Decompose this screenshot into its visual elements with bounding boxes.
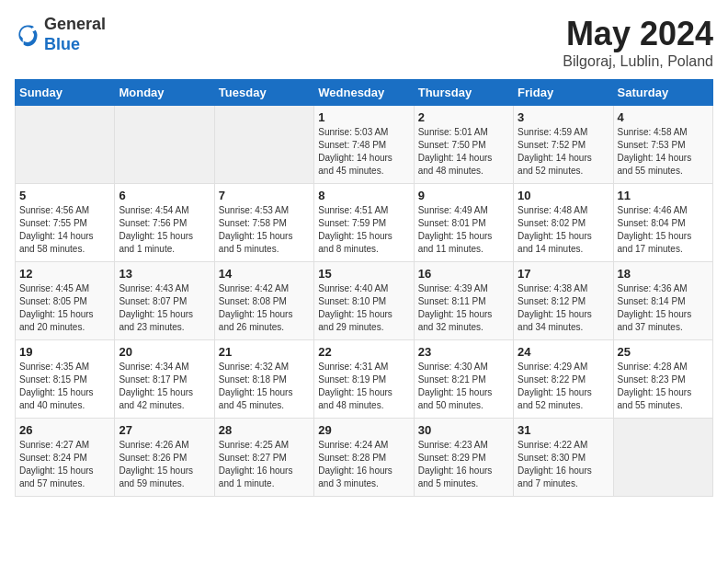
calendar-cell: 9Sunrise: 4:49 AM Sunset: 8:01 PM Daylig…: [414, 184, 513, 262]
calendar-cell: 27Sunrise: 4:26 AM Sunset: 8:26 PM Dayli…: [115, 419, 214, 497]
day-number: 4: [618, 110, 709, 124]
calendar-cell: 23Sunrise: 4:30 AM Sunset: 8:21 PM Dayli…: [414, 340, 513, 419]
day-number: 3: [518, 110, 609, 124]
weekday-header-sunday: Sunday: [16, 80, 115, 106]
day-info: Sunrise: 4:56 AM Sunset: 7:55 PM Dayligh…: [19, 204, 110, 256]
logo-blue: Blue: [44, 35, 80, 53]
calendar-cell: 5Sunrise: 4:56 AM Sunset: 7:55 PM Daylig…: [16, 184, 115, 262]
calendar-cell: 20Sunrise: 4:34 AM Sunset: 8:17 PM Dayli…: [115, 340, 214, 419]
day-info: Sunrise: 4:40 AM Sunset: 8:10 PM Dayligh…: [318, 282, 409, 334]
day-number: 7: [219, 189, 310, 202]
day-info: Sunrise: 4:38 AM Sunset: 8:12 PM Dayligh…: [518, 282, 609, 334]
day-info: Sunrise: 4:23 AM Sunset: 8:29 PM Dayligh…: [418, 439, 509, 490]
day-info: Sunrise: 4:35 AM Sunset: 8:15 PM Dayligh…: [19, 361, 110, 412]
calendar-week-row: 1Sunrise: 5:03 AM Sunset: 7:48 PM Daylig…: [16, 106, 713, 184]
day-info: Sunrise: 4:46 AM Sunset: 8:04 PM Dayligh…: [618, 204, 709, 256]
calendar-cell: 30Sunrise: 4:23 AM Sunset: 8:29 PM Dayli…: [414, 419, 513, 497]
day-info: Sunrise: 4:25 AM Sunset: 8:27 PM Dayligh…: [219, 439, 310, 490]
day-info: Sunrise: 4:36 AM Sunset: 8:14 PM Dayligh…: [618, 282, 709, 334]
calendar-cell: [115, 106, 214, 184]
calendar-cell: 10Sunrise: 4:48 AM Sunset: 8:02 PM Dayli…: [514, 184, 613, 262]
day-info: Sunrise: 4:43 AM Sunset: 8:07 PM Dayligh…: [119, 282, 210, 334]
calendar-cell: 1Sunrise: 5:03 AM Sunset: 7:48 PM Daylig…: [314, 106, 414, 184]
day-info: Sunrise: 5:01 AM Sunset: 7:50 PM Dayligh…: [418, 126, 509, 178]
calendar-cell: 2Sunrise: 5:01 AM Sunset: 7:50 PM Daylig…: [414, 106, 513, 184]
day-number: 26: [19, 423, 110, 437]
calendar-cell: [214, 106, 313, 184]
calendar-cell: 24Sunrise: 4:29 AM Sunset: 8:22 PM Dayli…: [514, 340, 613, 419]
calendar-cell: 8Sunrise: 4:51 AM Sunset: 7:59 PM Daylig…: [314, 184, 414, 262]
day-info: Sunrise: 4:27 AM Sunset: 8:24 PM Dayligh…: [19, 439, 110, 490]
page-header: General Blue May 2024 Bilgoraj, Lublin, …: [15, 15, 713, 70]
calendar-cell: 19Sunrise: 4:35 AM Sunset: 8:15 PM Dayli…: [16, 340, 115, 419]
day-number: 16: [418, 267, 509, 281]
day-number: 28: [219, 423, 310, 437]
logo: General Blue: [15, 15, 106, 54]
calendar-cell: 12Sunrise: 4:45 AM Sunset: 8:05 PM Dayli…: [16, 262, 115, 340]
calendar-table: SundayMondayTuesdayWednesdayThursdayFrid…: [15, 79, 713, 497]
day-number: 27: [119, 423, 210, 437]
calendar-cell: 4Sunrise: 4:58 AM Sunset: 7:53 PM Daylig…: [613, 106, 712, 184]
calendar-cell: 16Sunrise: 4:39 AM Sunset: 8:11 PM Dayli…: [414, 262, 513, 340]
calendar-cell: 31Sunrise: 4:22 AM Sunset: 8:30 PM Dayli…: [514, 419, 613, 497]
logo-general: General: [44, 15, 106, 33]
day-info: Sunrise: 4:24 AM Sunset: 8:28 PM Dayligh…: [318, 439, 409, 490]
day-info: Sunrise: 4:53 AM Sunset: 7:58 PM Dayligh…: [219, 204, 310, 256]
calendar-cell: 7Sunrise: 4:53 AM Sunset: 7:58 PM Daylig…: [214, 184, 313, 262]
calendar-cell: [613, 419, 712, 497]
day-number: 23: [418, 345, 509, 359]
weekday-header-tuesday: Tuesday: [214, 80, 313, 106]
day-number: 8: [318, 189, 409, 202]
calendar-cell: 18Sunrise: 4:36 AM Sunset: 8:14 PM Dayli…: [613, 262, 712, 340]
calendar-cell: 25Sunrise: 4:28 AM Sunset: 8:23 PM Dayli…: [613, 340, 712, 419]
calendar-week-row: 5Sunrise: 4:56 AM Sunset: 7:55 PM Daylig…: [16, 184, 713, 262]
day-info: Sunrise: 4:59 AM Sunset: 7:52 PM Dayligh…: [518, 126, 609, 178]
day-info: Sunrise: 4:49 AM Sunset: 8:01 PM Dayligh…: [418, 204, 509, 256]
day-number: 5: [19, 189, 110, 202]
calendar-cell: 29Sunrise: 4:24 AM Sunset: 8:28 PM Dayli…: [314, 419, 414, 497]
calendar-cell: 3Sunrise: 4:59 AM Sunset: 7:52 PM Daylig…: [514, 106, 613, 184]
calendar-cell: 28Sunrise: 4:25 AM Sunset: 8:27 PM Dayli…: [214, 419, 313, 497]
title-area: May 2024 Bilgoraj, Lublin, Poland: [563, 15, 713, 70]
day-info: Sunrise: 4:22 AM Sunset: 8:30 PM Dayligh…: [518, 439, 609, 490]
calendar-cell: 15Sunrise: 4:40 AM Sunset: 8:10 PM Dayli…: [314, 262, 414, 340]
day-number: 15: [318, 267, 409, 281]
day-info: Sunrise: 4:42 AM Sunset: 8:08 PM Dayligh…: [219, 282, 310, 334]
day-info: Sunrise: 4:32 AM Sunset: 8:18 PM Dayligh…: [219, 361, 310, 412]
calendar-cell: 14Sunrise: 4:42 AM Sunset: 8:08 PM Dayli…: [214, 262, 313, 340]
calendar-cell: 26Sunrise: 4:27 AM Sunset: 8:24 PM Dayli…: [16, 419, 115, 497]
day-info: Sunrise: 4:26 AM Sunset: 8:26 PM Dayligh…: [119, 439, 210, 490]
day-info: Sunrise: 4:39 AM Sunset: 8:11 PM Dayligh…: [418, 282, 509, 334]
calendar-cell: 21Sunrise: 4:32 AM Sunset: 8:18 PM Dayli…: [214, 340, 313, 419]
day-number: 1: [318, 110, 409, 124]
day-number: 14: [219, 267, 310, 281]
calendar-cell: [16, 106, 115, 184]
weekday-header-thursday: Thursday: [414, 80, 513, 106]
day-info: Sunrise: 4:31 AM Sunset: 8:19 PM Dayligh…: [318, 361, 409, 412]
calendar-week-row: 19Sunrise: 4:35 AM Sunset: 8:15 PM Dayli…: [16, 340, 713, 419]
day-number: 18: [618, 267, 709, 281]
weekday-header-wednesday: Wednesday: [314, 80, 414, 106]
weekday-header-row: SundayMondayTuesdayWednesdayThursdayFrid…: [16, 80, 713, 106]
day-number: 17: [518, 267, 609, 281]
day-info: Sunrise: 4:34 AM Sunset: 8:17 PM Dayligh…: [119, 361, 210, 412]
day-number: 30: [418, 423, 509, 437]
day-info: Sunrise: 5:03 AM Sunset: 7:48 PM Dayligh…: [318, 126, 409, 178]
calendar-cell: 17Sunrise: 4:38 AM Sunset: 8:12 PM Dayli…: [514, 262, 613, 340]
day-number: 6: [119, 189, 210, 202]
day-info: Sunrise: 4:30 AM Sunset: 8:21 PM Dayligh…: [418, 361, 509, 412]
day-number: 25: [618, 345, 709, 359]
day-number: 24: [518, 345, 609, 359]
location-title: Bilgoraj, Lublin, Poland: [563, 53, 713, 70]
day-info: Sunrise: 4:28 AM Sunset: 8:23 PM Dayligh…: [618, 361, 709, 412]
weekday-header-monday: Monday: [115, 80, 214, 106]
day-number: 9: [418, 189, 509, 202]
day-number: 11: [618, 189, 709, 202]
day-number: 31: [518, 423, 609, 437]
day-info: Sunrise: 4:58 AM Sunset: 7:53 PM Dayligh…: [618, 126, 709, 178]
calendar-week-row: 26Sunrise: 4:27 AM Sunset: 8:24 PM Dayli…: [16, 419, 713, 497]
day-number: 22: [318, 345, 409, 359]
day-number: 2: [418, 110, 509, 124]
day-number: 12: [19, 267, 110, 281]
logo-icon: [15, 22, 40, 48]
